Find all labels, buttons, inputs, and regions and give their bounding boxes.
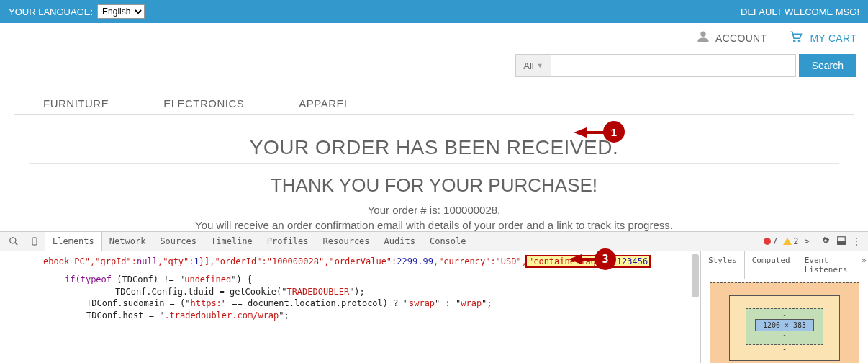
category-nav: FURNITURE ELECTRONICS APPAREL — [14, 84, 854, 115]
cart-link[interactable]: MY CART — [788, 30, 856, 45]
more-icon[interactable]: ⋮ — [852, 236, 861, 246]
devtools-panel: Elements Network Sources Timeline Profil… — [0, 231, 868, 363]
search-category-dropdown[interactable]: All ▼ — [515, 54, 551, 77]
search-input[interactable] — [551, 54, 796, 77]
devtools-tab-audits[interactable]: Audits — [377, 232, 422, 251]
annotation-arrow-icon — [569, 254, 582, 264]
devtools-tab-timeline[interactable]: Timeline — [204, 232, 260, 251]
search-row: All ▼ Search — [0, 51, 868, 84]
order-number-text: Your order # is: 100000028. — [14, 204, 854, 216]
search-button[interactable]: Search — [799, 54, 856, 77]
annotation-circle-3: 3 — [595, 248, 616, 270]
box-model-content-dims: 1206 × 383 — [755, 319, 814, 331]
svg-rect-4 — [32, 238, 37, 245]
styles-tab[interactable]: Styles — [701, 251, 745, 279]
language-select[interactable]: English — [97, 4, 145, 19]
devtools-tab-elements[interactable]: Elements — [45, 232, 102, 251]
scrollbar[interactable] — [692, 254, 699, 297]
chevron-down-icon: ▼ — [537, 62, 543, 69]
nav-item-apparel[interactable]: APPAREL — [299, 97, 351, 109]
box-model-diagram: - - - 1206 × 383 - - - — [701, 279, 868, 363]
svg-rect-6 — [838, 241, 846, 244]
more-tabs-icon[interactable]: » — [854, 251, 868, 279]
welcome-message: DEFAULT WELCOME MSG! — [741, 6, 859, 17]
computed-tab[interactable]: Computed — [745, 251, 797, 279]
error-count[interactable]: 7 — [764, 236, 777, 246]
device-icon[interactable] — [24, 233, 45, 249]
inspect-icon[interactable] — [3, 233, 24, 249]
devtools-tab-sources[interactable]: Sources — [153, 232, 204, 251]
event-listeners-tab[interactable]: Event Listeners — [797, 251, 855, 279]
svg-point-2 — [10, 238, 16, 243]
annotation-arrow-icon — [574, 127, 587, 138]
console-toggle-icon[interactable]: >_ — [805, 236, 815, 246]
account-label: ACCOUNT — [715, 32, 767, 44]
order-info-text: You will receive an order confirmation e… — [14, 219, 854, 231]
language-label: YOUR LANGUAGE: — [9, 6, 93, 17]
svg-point-0 — [794, 40, 795, 42]
devtools-tab-network[interactable]: Network — [102, 232, 153, 251]
order-received-title: YOUR ORDER HAS BEEN RECEIVED. — [14, 136, 854, 159]
page-main: YOUR ORDER HAS BEEN RECEIVED. THANK YOU … — [0, 115, 868, 231]
devtools-tab-console[interactable]: Console — [422, 232, 474, 251]
account-link[interactable]: ACCOUNT — [697, 30, 767, 45]
warning-count[interactable]: 2 — [783, 236, 798, 246]
svg-point-1 — [799, 40, 800, 42]
annotation-circle-1: 1 — [603, 121, 625, 143]
devtools-tab-profiles[interactable]: Profiles — [260, 232, 316, 251]
dock-icon[interactable] — [836, 236, 846, 248]
nav-item-electronics[interactable]: ELECTRONICS — [163, 97, 244, 109]
annotation-line — [587, 131, 604, 134]
search-group: All ▼ Search — [515, 54, 856, 77]
thank-you-title: THANK YOU FOR YOUR PURCHASE! — [14, 174, 854, 197]
user-icon — [697, 30, 710, 45]
svg-line-3 — [15, 243, 18, 246]
account-bar: ACCOUNT MY CART — [0, 23, 868, 51]
cart-label: MY CART — [810, 32, 856, 44]
devtools-tabs: Elements Network Sources Timeline Profil… — [0, 232, 868, 251]
top-bar: YOUR LANGUAGE: English DEFAULT WELCOME M… — [0, 0, 868, 23]
annotation-line — [582, 258, 596, 261]
language-selector-wrap: YOUR LANGUAGE: English — [9, 4, 145, 19]
devtools-styles-panel: Styles Computed Event Listeners » - - - … — [701, 251, 868, 363]
gear-icon[interactable] — [820, 236, 831, 248]
cart-icon — [788, 30, 804, 45]
nav-item-furniture[interactable]: FURNITURE — [43, 97, 109, 109]
devtools-tab-resources[interactable]: Resources — [316, 232, 377, 251]
devtools-source-panel[interactable]: ebook PC","grpId":null,"qty":1}],"orderI… — [0, 251, 701, 363]
